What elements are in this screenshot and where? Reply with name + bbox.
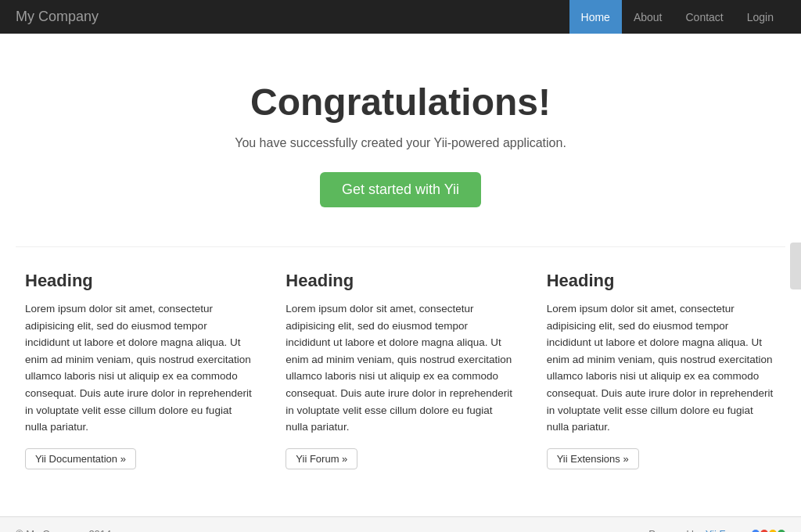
- hero-section: Congratulations! You have successfully c…: [0, 34, 801, 246]
- nav-link-home[interactable]: Home: [569, 0, 622, 34]
- feature-2-link[interactable]: Yii Forum »: [286, 448, 357, 469]
- feature-col-2: Heading Lorem ipsum dolor sit amet, cons…: [286, 271, 515, 469]
- nav-item-home: Home: [569, 0, 622, 34]
- nav-link-contact[interactable]: Contact: [673, 0, 735, 34]
- feature-3-heading: Heading: [547, 271, 776, 291]
- nav-link-about[interactable]: About: [622, 0, 674, 34]
- footer-copyright: © My Company 2014: [16, 528, 111, 532]
- get-started-button[interactable]: Get started with Yii: [320, 172, 481, 207]
- hero-heading: Congratulations!: [16, 81, 785, 124]
- navbar-nav: Home About Contact Login: [569, 0, 785, 34]
- nav-item-login: Login: [735, 0, 785, 34]
- feature-3-body: Lorem ipsum dolor sit amet, consectetur …: [547, 300, 776, 436]
- feature-1-link[interactable]: Yii Documentation »: [25, 448, 136, 469]
- footer: © My Company 2014 Powered by Yii Frame: [0, 516, 801, 532]
- nav-item-contact: Contact: [673, 0, 735, 34]
- scrollbar-hint[interactable]: [790, 243, 801, 289]
- nav-item-about: About: [622, 0, 674, 34]
- feature-2-heading: Heading: [286, 271, 515, 291]
- features-section: Heading Lorem ipsum dolor sit amet, cons…: [9, 247, 792, 501]
- footer-powered: Powered by Yii Frame: [648, 528, 785, 532]
- feature-1-heading: Heading: [25, 271, 254, 291]
- feature-2-body: Lorem ipsum dolor sit amet, consectetur …: [286, 300, 515, 436]
- feature-1-body: Lorem ipsum dolor sit amet, consectetur …: [25, 300, 254, 436]
- feature-col-3: Heading Lorem ipsum dolor sit amet, cons…: [547, 271, 776, 469]
- feature-col-1: Heading Lorem ipsum dolor sit amet, cons…: [25, 271, 254, 469]
- footer-powered-text: Powered by: [648, 528, 702, 532]
- navbar-brand[interactable]: My Company: [16, 9, 99, 25]
- navbar: My Company Home About Contact Login: [0, 0, 801, 34]
- feature-3-link[interactable]: Yii Extensions »: [547, 448, 639, 469]
- nav-link-login[interactable]: Login: [735, 0, 785, 34]
- footer-powered-link[interactable]: Yii Frame: [706, 528, 749, 532]
- hero-subtext: You have successfully created your Yii-p…: [16, 136, 785, 150]
